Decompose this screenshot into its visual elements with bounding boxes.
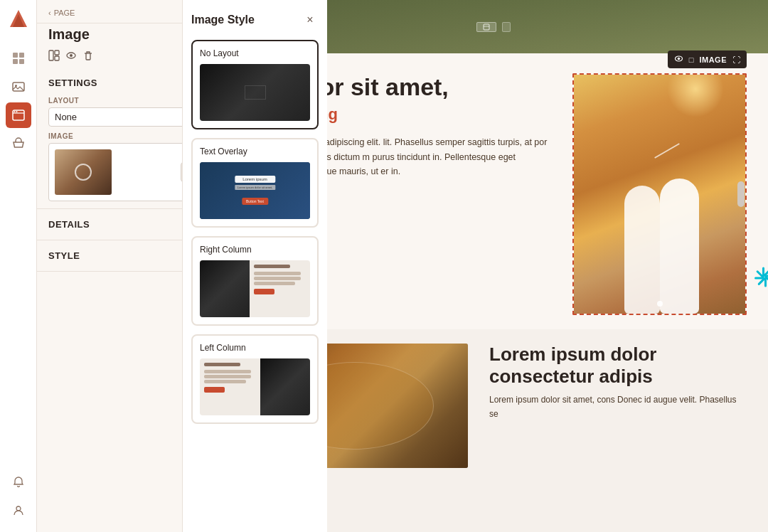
image-content	[574, 75, 745, 314]
left-column-preview	[200, 358, 310, 415]
image-figures	[610, 129, 710, 314]
left-navigation	[0, 0, 37, 532]
nav-icon-grid[interactable]	[6, 46, 31, 71]
nav-icons	[6, 46, 31, 469]
left-column-label: Left Column	[200, 343, 310, 353]
nav-bottom-icons	[6, 469, 31, 523]
selected-image[interactable]	[572, 73, 747, 315]
svg-point-7	[15, 85, 17, 87]
text-overlay-preview: Lorem ipsum Lorem ipsum dolor sit amet, …	[200, 162, 310, 219]
svg-point-11	[16, 111, 17, 112]
svg-rect-4	[13, 59, 18, 64]
eye-icon[interactable]	[65, 50, 77, 63]
toolbar-square-icon[interactable]: □	[689, 55, 694, 64]
no-layout-preview	[200, 64, 310, 121]
nav-icon-store[interactable]	[6, 131, 31, 156]
no-layout-label: No Layout	[200, 48, 310, 58]
text-overlay-label: Text Overlay	[200, 147, 310, 156]
spinner	[747, 258, 768, 294]
image-style-panel: Image Style × No Layout Text Overlay Lor…	[182, 0, 327, 532]
style-title: Style	[48, 250, 80, 261]
svg-point-12	[16, 506, 21, 511]
bottom-text: Lorem ipsum dolor consectetur adipis Lor…	[489, 344, 747, 421]
right-column-preview	[200, 260, 310, 317]
right-column-label: Right Column	[200, 245, 310, 255]
svg-point-17	[70, 54, 73, 57]
toolbar-eye-icon[interactable]	[674, 54, 683, 65]
nav-icon-image[interactable]	[6, 74, 31, 100]
svg-rect-13	[49, 50, 53, 60]
trash-icon[interactable]	[82, 50, 94, 63]
bottom-heading: Lorem ipsum dolor consectetur adipis	[489, 344, 747, 388]
svg-rect-15	[55, 56, 59, 60]
sun-glow	[667, 75, 724, 117]
image-thumbnail[interactable]	[55, 149, 112, 195]
svg-point-10	[14, 111, 15, 112]
layout-icon[interactable]	[48, 50, 60, 63]
loading-indicator	[747, 258, 768, 294]
dot-indicator	[657, 301, 663, 307]
style-panel-title: Image Style	[191, 14, 255, 26]
app-logo[interactable]	[7, 9, 30, 31]
svg-rect-14	[55, 50, 59, 55]
svg-rect-18	[484, 24, 489, 30]
nav-icon-website[interactable]	[6, 102, 31, 128]
nav-icon-bell[interactable]	[6, 469, 31, 495]
nav-icon-user[interactable]	[6, 498, 31, 523]
svg-rect-3	[19, 53, 24, 58]
svg-rect-5	[19, 59, 24, 64]
style-option-text-overlay[interactable]: Text Overlay Lorem ipsum Lorem ipsum dol…	[191, 138, 319, 228]
toolbar-label: IMAGE	[699, 55, 727, 64]
resize-handle[interactable]	[737, 181, 745, 207]
style-close-button[interactable]: ×	[302, 11, 319, 28]
details-title: Details	[48, 219, 90, 230]
svg-point-21	[677, 58, 680, 60]
svg-rect-2	[13, 53, 18, 58]
image-toolbar: □ IMAGE ⛶	[668, 50, 747, 68]
style-option-left-column[interactable]: Left Column	[191, 334, 319, 424]
style-option-right-column[interactable]: Right Column	[191, 236, 319, 326]
toolbar-expand-icon[interactable]: ⛶	[732, 55, 740, 64]
style-option-no-layout[interactable]: No Layout	[191, 40, 319, 129]
selected-image-wrapper: □ IMAGE ⛶	[572, 73, 747, 315]
style-panel-header: Image Style ×	[191, 11, 319, 28]
back-button[interactable]: ‹ PAGE	[48, 9, 75, 17]
bottom-body: Lorem ipsum dolor sit amet, cons Donec i…	[489, 393, 747, 420]
